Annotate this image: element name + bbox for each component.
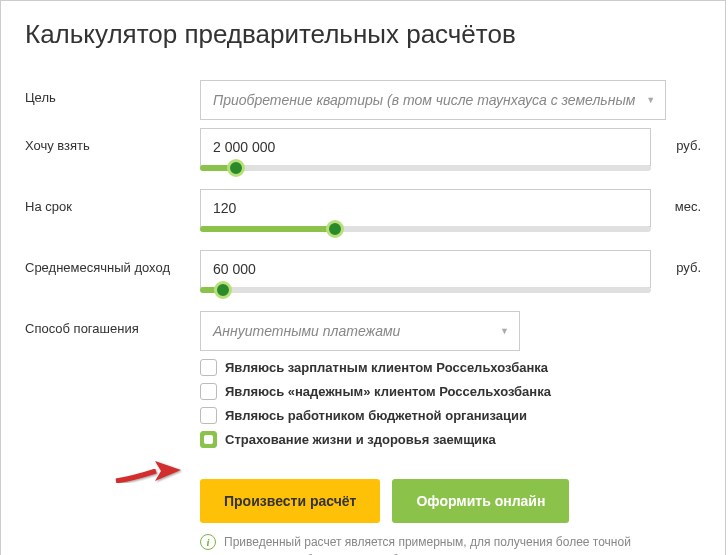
calculate-button[interactable]: Произвести расчёт [200, 479, 380, 523]
info-icon: i [200, 534, 216, 550]
checkbox-label: Являюсь «надежным» клиентом Россельхозба… [225, 384, 551, 399]
checkbox-option-0[interactable]: Являюсь зарплатным клиентом Россельхозба… [200, 359, 651, 376]
amount-unit: руб. [651, 128, 701, 153]
checkbox-box[interactable] [200, 407, 217, 424]
term-unit: мес. [651, 189, 701, 214]
checkbox-label: Являюсь работником бюджетной организации [225, 408, 527, 423]
checkbox-option-1[interactable]: Являюсь «надежным» клиентом Россельхозба… [200, 383, 651, 400]
purpose-select[interactable]: Приобретение квартиры (в том числе таунх… [200, 80, 666, 120]
amount-input[interactable] [200, 128, 651, 166]
checkbox-option-2[interactable]: Являюсь работником бюджетной организации [200, 407, 651, 424]
income-unit: руб. [651, 250, 701, 275]
checkbox-label: Являюсь зарплатным клиентом Россельхозба… [225, 360, 548, 375]
page-title: Калькулятор предварительных расчётов [25, 19, 701, 50]
repayment-label: Способ погашения [25, 311, 200, 336]
income-label: Среднемесячный доход [25, 250, 200, 275]
income-slider[interactable] [200, 287, 651, 293]
term-input[interactable] [200, 189, 651, 227]
repayment-select[interactable]: Аннуитетными платежами [200, 311, 520, 351]
income-slider-thumb[interactable] [214, 281, 232, 299]
apply-online-button[interactable]: Оформить онлайн [392, 479, 569, 523]
term-label: На срок [25, 189, 200, 214]
term-slider[interactable] [200, 226, 651, 232]
checkbox-label: Страхование жизни и здоровья заемщика [225, 432, 496, 447]
checkbox-option-3[interactable]: Страхование жизни и здоровья заемщика [200, 431, 651, 448]
amount-slider-thumb[interactable] [227, 159, 245, 177]
checkbox-box[interactable] [200, 383, 217, 400]
amount-label: Хочу взять [25, 128, 200, 153]
amount-slider[interactable] [200, 165, 651, 171]
checkbox-box[interactable] [200, 359, 217, 376]
checkbox-box[interactable] [200, 431, 217, 448]
purpose-label: Цель [25, 80, 200, 105]
income-input[interactable] [200, 250, 651, 288]
note-text: Приведенный расчет является примерным, д… [224, 533, 651, 555]
term-slider-thumb[interactable] [326, 220, 344, 238]
